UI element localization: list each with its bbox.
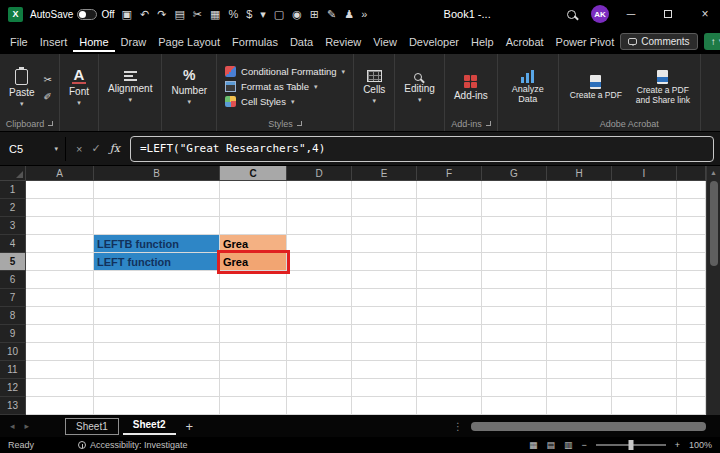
cell-G1[interactable] [482,181,547,199]
row-header-11[interactable]: 11 [0,361,26,379]
cell-E1[interactable] [352,181,417,199]
cancel-icon[interactable]: × [76,143,82,155]
row-header-1[interactable]: 1 [0,181,26,199]
cell-E2[interactable] [352,199,417,217]
row-header-12[interactable]: 12 [0,379,26,397]
cell-A12[interactable] [26,379,94,397]
cell-B12[interactable] [94,379,220,397]
name-box[interactable]: C5 ▾ [2,137,66,161]
tab-draw[interactable]: Draw [115,31,153,52]
cell-D12[interactable] [287,379,352,397]
tab-view[interactable]: View [367,31,403,52]
cell-F13[interactable] [417,397,482,415]
cell-C1[interactable] [220,181,287,199]
tab-overflow-icon[interactable]: ⋮ [453,421,463,432]
cell-G13[interactable] [482,397,547,415]
cell-A1[interactable] [26,181,94,199]
cell-I10[interactable] [612,343,677,361]
row-header-5[interactable]: 5 [0,253,26,271]
cell-F7[interactable] [417,289,482,307]
clipboard-icon[interactable]: ▤ [174,9,184,20]
cell-D6[interactable] [287,271,352,289]
page-layout-view-icon[interactable]: ▤ [546,440,555,450]
cell-B9[interactable] [94,325,220,343]
share-button[interactable]: ↑▾ [704,33,720,50]
cell-I13[interactable] [612,397,677,415]
cell-C2[interactable] [220,199,287,217]
search-icon[interactable] [567,10,576,19]
column-header-D[interactable]: D [287,166,352,181]
accessibility-status[interactable]: Accessibility: Investigate [78,440,188,450]
cell-B5[interactable]: LEFT function [94,253,220,271]
cell-styles-button[interactable]: Cell Styles ▾ [225,96,345,107]
cell-B6[interactable] [94,271,220,289]
cell-B4[interactable]: LEFTB function [94,235,220,253]
cell-I1[interactable] [612,181,677,199]
tab-page-layout[interactable]: Page Layout [152,31,226,52]
analyze-data-button[interactable]: Analyze Data [503,67,553,106]
zoom-out-button[interactable]: − [581,440,586,450]
tab-developer[interactable]: Developer [403,31,465,52]
cell-B10[interactable] [94,343,220,361]
cell-F4[interactable] [417,235,482,253]
tab-help[interactable]: Help [465,31,500,52]
sheet-nav-left-icon[interactable]: ◂ [6,421,19,431]
cell-B3[interactable] [94,217,220,235]
cell-H6[interactable] [547,271,612,289]
normal-view-icon[interactable]: ▦ [529,440,538,450]
toolbar-overflow-button[interactable]: » [361,8,367,20]
cell-I2[interactable] [612,199,677,217]
column-header-G[interactable]: G [482,166,547,181]
zoom-in-button[interactable]: + [675,440,680,450]
cell-I6[interactable] [612,271,677,289]
row-header-8[interactable]: 8 [0,307,26,325]
cell-C13[interactable] [220,397,287,415]
cell-A13[interactable] [26,397,94,415]
chevron-down-icon[interactable]: ▾ [260,9,266,20]
cell-H11[interactable] [547,361,612,379]
cell-F2[interactable] [417,199,482,217]
cell-H10[interactable] [547,343,612,361]
close-button[interactable]: × [690,0,720,28]
tab-review[interactable]: Review [319,31,367,52]
cell-D2[interactable] [287,199,352,217]
cell-A2[interactable] [26,199,94,217]
undo-icon[interactable]: ↶ [140,9,149,20]
vertical-scrollbar[interactable]: ▲ [706,166,720,415]
cell-C3[interactable] [220,217,287,235]
maximize-button[interactable] [653,0,683,28]
cell-F3[interactable] [417,217,482,235]
row-header-3[interactable]: 3 [0,217,26,235]
cell-D4[interactable] [287,235,352,253]
row-header-13[interactable]: 13 [0,397,26,415]
column-header-F[interactable]: F [417,166,482,181]
tab-insert[interactable]: Insert [34,31,74,52]
cell-E10[interactable] [352,343,417,361]
cell-F11[interactable] [417,361,482,379]
cell-G3[interactable] [482,217,547,235]
cell-B13[interactable] [94,397,220,415]
vertical-scroll-thumb[interactable] [710,181,718,266]
font-button[interactable]: A Font ▾ [65,66,93,108]
cell-B8[interactable] [94,307,220,325]
cut-button[interactable]: ✂ [44,74,52,85]
autosave-control[interactable]: AutoSave Off [30,9,115,20]
row-header-4[interactable]: 4 [0,235,26,253]
cell-E8[interactable] [352,307,417,325]
cell-E13[interactable] [352,397,417,415]
cell-C4[interactable]: Grea [220,235,287,253]
cell-G9[interactable] [482,325,547,343]
enter-icon[interactable]: ✓ [91,142,100,155]
column-header-E[interactable]: E [352,166,417,181]
cell-I4[interactable] [612,235,677,253]
cell-G8[interactable] [482,307,547,325]
paste-button[interactable]: Paste ▾ [5,65,39,109]
tab-data[interactable]: Data [284,31,319,52]
cell-F8[interactable] [417,307,482,325]
camera-icon[interactable]: ◉ [292,9,302,20]
cell-B11[interactable] [94,361,220,379]
tab-formulas[interactable]: Formulas [226,31,284,52]
currency-icon[interactable]: $ [246,9,252,20]
column-header-C[interactable]: C [220,166,287,181]
cell-G5[interactable] [482,253,547,271]
